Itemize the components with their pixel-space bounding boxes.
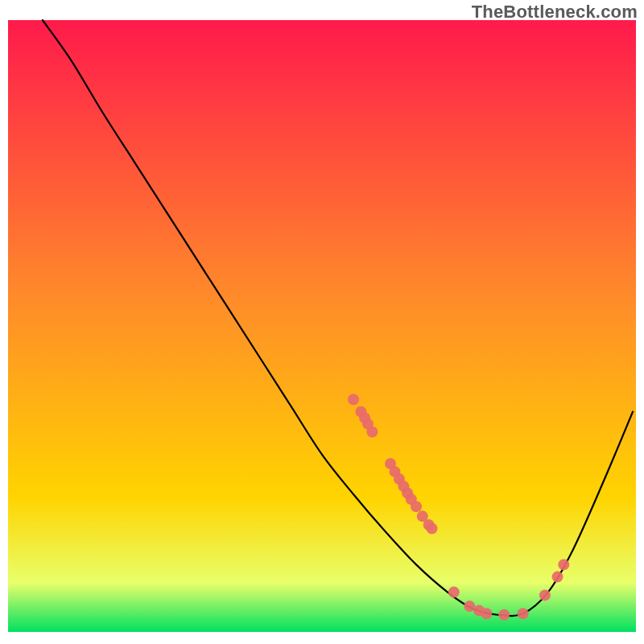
overlay-point (411, 501, 422, 512)
chart-container: TheBottleneck.com (0, 0, 644, 644)
overlay-point (498, 609, 510, 621)
overlay-point (539, 589, 551, 601)
overlay-point (481, 608, 492, 619)
bottleneck-curve-chart (0, 0, 644, 644)
overlay-point (348, 394, 359, 405)
overlay-point (558, 559, 569, 570)
overlay-point (427, 523, 438, 535)
overlay-point (448, 587, 460, 598)
overlay-point (552, 572, 564, 583)
overlay-point (366, 426, 378, 437)
watermark-text: TheBottleneck.com (472, 2, 638, 23)
overlay-point (518, 608, 529, 619)
